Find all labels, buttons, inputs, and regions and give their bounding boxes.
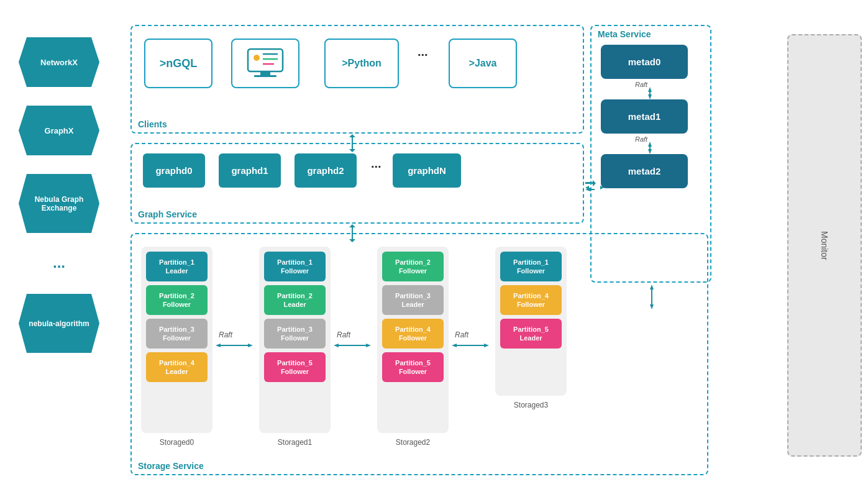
svg-marker-12 [334, 344, 339, 347]
storaged0-p1: Partition_1Leader [146, 252, 208, 281]
storaged2-node: Partition_2Follower Partition_3Leader Pa… [377, 247, 449, 433]
storaged2-label: Storaged2 [377, 438, 449, 447]
graph-service-label: Graph Service [138, 209, 197, 219]
client-studio [231, 39, 299, 88]
graph-service-box: graphd0 graphd1 graphd2 ··· graphdN Grap… [130, 143, 584, 224]
svg-rect-2 [254, 75, 276, 77]
algorithm-hex: nebula-algorithm [19, 294, 99, 353]
graph-meta-arrow [585, 183, 595, 194]
svg-marker-24 [650, 285, 654, 290]
metad2: metad2 [601, 154, 688, 188]
svg-rect-1 [260, 71, 270, 75]
raft-label-3: Raft [455, 331, 468, 339]
storaged3-label: Storaged3 [495, 401, 567, 409]
svg-marker-26 [650, 304, 654, 309]
storaged0-p4: Partition_4Leader [146, 352, 208, 382]
graphx-hex: GraphX [19, 106, 99, 155]
graphd2: graphd2 [295, 153, 357, 188]
graphd0: graphd0 [143, 153, 205, 188]
storaged1-p2: Partition_2Leader [264, 285, 326, 315]
svg-marker-21 [648, 142, 652, 147]
storaged0-label: Storaged0 [141, 438, 212, 447]
monitor-label: Monitor [820, 231, 829, 260]
storaged1-p5: Partition_5Follower [264, 352, 326, 382]
monitor-box: Monitor [787, 34, 862, 457]
networkx-hex: NetworkX [19, 37, 99, 87]
storaged2-p2: Partition_2Follower [382, 252, 444, 281]
storaged2-p5: Partition_5Follower [382, 352, 444, 382]
svg-marker-18 [648, 87, 652, 92]
meta-to-storage-arrow [650, 285, 654, 312]
svg-marker-23 [648, 149, 652, 154]
svg-marker-14 [366, 344, 371, 347]
raft-meta-2: Raft [635, 135, 647, 143]
raft-label-2: Raft [337, 331, 350, 339]
left-sidebar: NetworkX GraphX Nebula Graph Exchange ··… [19, 37, 99, 353]
graphd-dots: ··· [371, 160, 381, 174]
storaged3-p5: Partition_5Leader [500, 319, 562, 349]
raft-meta-1: Raft [635, 81, 647, 88]
svg-marker-11 [248, 344, 253, 347]
storaged1-p3: Partition_3Follower [264, 319, 326, 349]
metad1: metad1 [601, 99, 688, 134]
storaged2-p4: Partition_4Follower [382, 319, 444, 349]
storage-service-label: Storage Service [138, 461, 204, 471]
storaged1-node: Partition_1Follower Partition_2Leader Pa… [259, 247, 331, 433]
client-ngql: >nGQL [144, 39, 212, 88]
exchange-hex: Nebula Graph Exchange [19, 174, 99, 233]
clients-box: >nGQL >Python ··· >Java Clients [130, 25, 584, 134]
storaged0-p3: Partition_3Follower [146, 319, 208, 349]
storaged0-p2: Partition_2Follower [146, 285, 208, 315]
raft-label-1: Raft [219, 331, 232, 339]
svg-marker-27 [585, 188, 590, 191]
clients-label: Clients [138, 119, 167, 129]
svg-point-3 [254, 55, 260, 61]
metad0: metad0 [601, 45, 688, 79]
meta-service-title: Meta Service [598, 29, 651, 39]
client-dots: ··· [418, 48, 428, 62]
diagram-container: NetworkX GraphX Nebula Graph Exchange ··… [0, 0, 868, 497]
storaged0-node: Partition_1Leader Partition_2Follower Pa… [141, 247, 212, 433]
client-java: >Java [449, 39, 517, 88]
svg-marker-9 [216, 344, 221, 347]
client-python: >Python [324, 39, 399, 88]
storaged3-p1: Partition_1Follower [500, 252, 562, 281]
graphd1: graphd1 [219, 153, 281, 188]
storaged3-p4: Partition_4Follower [500, 285, 562, 315]
storaged1-p1: Partition_1Follower [264, 252, 326, 281]
svg-marker-15 [452, 344, 457, 347]
meta-service-box: Meta Service metad0 Raft metad1 Raft met… [590, 25, 711, 283]
storaged3-node: Partition_1Follower Partition_4Follower … [495, 247, 567, 396]
storaged1-label: Storaged1 [259, 438, 331, 447]
graphdN: graphdN [393, 153, 461, 188]
svg-marker-17 [484, 344, 489, 347]
svg-rect-0 [248, 49, 283, 71]
dots-hex: ··· [19, 258, 99, 275]
svg-marker-20 [648, 94, 652, 99]
storaged2-p3: Partition_3Leader [382, 285, 444, 315]
